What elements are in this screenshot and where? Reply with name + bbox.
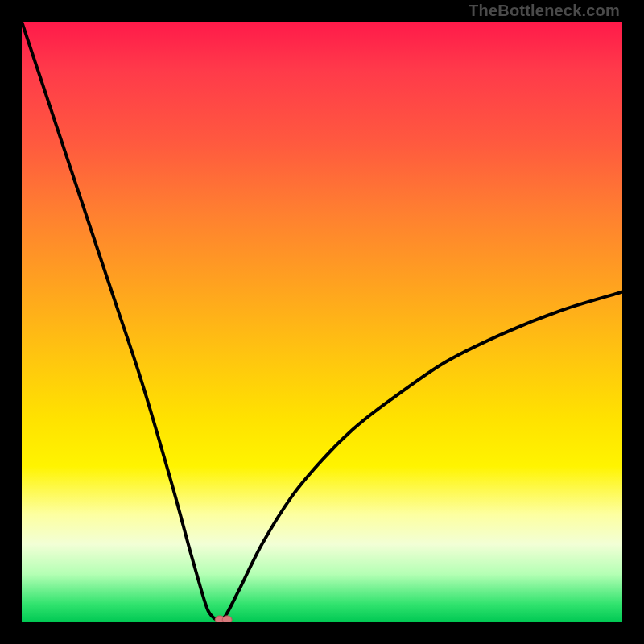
watermark-text: TheBottleneck.com: [469, 2, 620, 20]
minimum-markers: [215, 616, 232, 622]
plot-area: [22, 22, 622, 622]
chart-frame: TheBottleneck.com: [0, 0, 644, 644]
chart-svg: [22, 22, 622, 622]
minimum-marker: [222, 616, 232, 622]
v-curve: [22, 22, 622, 621]
